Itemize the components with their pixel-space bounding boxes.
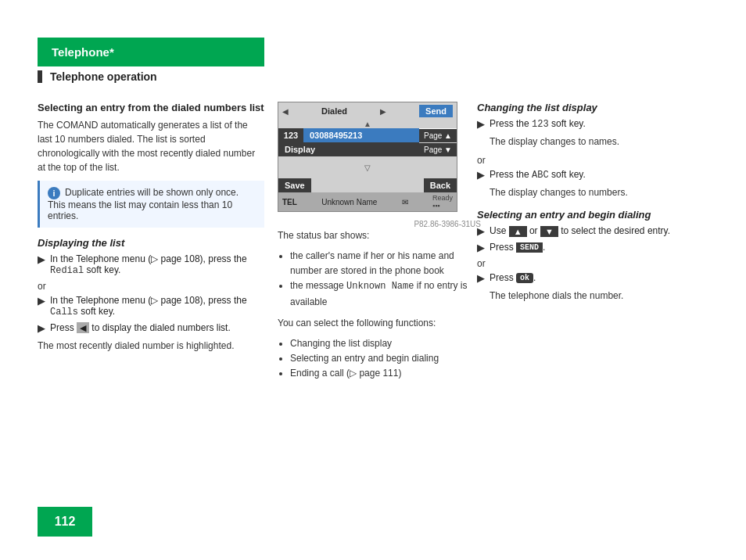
arrow-3: ▶ — [38, 322, 45, 334]
unknown-name: Unknown Name — [321, 198, 377, 206]
step-2-text: In the Telephone menu (▷ page 108), pres… — [50, 295, 264, 318]
screen-number-row: 123 03088495213 Page ▲ — [278, 128, 457, 142]
header-subtitle: Telephone operation — [38, 70, 157, 83]
back-btn[interactable]: Back — [424, 178, 457, 192]
screen-top-row: ◀ Dialed ▶ Send — [278, 102, 457, 120]
step-1: ▶ In the Telephone menu (▷ page 108), pr… — [38, 253, 264, 276]
step-3-text: Press ◀ to display the dialed numbers li… — [50, 322, 231, 333]
or-s1: or — [477, 258, 712, 269]
function-1: Changing the list display — [290, 336, 481, 351]
function-3: Ending a call (▷ page 111) — [290, 366, 481, 381]
left-arrow-btn: ◀ — [282, 107, 289, 116]
info-box-text: Duplicate entries will be shown only onc… — [48, 187, 239, 221]
functions-title: You can select the following functions: — [278, 316, 481, 330]
screen-display-row: Display Page ▼ — [278, 142, 457, 156]
right-column: Changing the list display ▶ Press the 12… — [477, 102, 712, 309]
selecting-step-1: ▶ Use ▲ or ▼ to select the desired entry… — [477, 225, 712, 237]
arrow-2: ▶ — [38, 295, 45, 307]
step-3: ▶ Press ◀ to display the dialed numbers … — [38, 322, 264, 334]
main-section-title: Selecting an entry from the dialed numbe… — [38, 102, 264, 113]
status-icons: Ready▪▪▪ — [432, 194, 453, 210]
ok-badge: ok — [516, 273, 533, 283]
device-screen: ◀ Dialed ▶ Send ▲ 123 03088495213 Page ▲… — [278, 102, 457, 212]
envelope-icon: ✉ — [402, 198, 408, 206]
changing-title: Changing the list display — [477, 102, 712, 113]
info-box: iDuplicate entries will be shown only on… — [38, 181, 264, 228]
selecting-title: Selecting an entry and begin dialing — [477, 209, 712, 221]
selecting-step-3: ▶ Press ok. — [477, 272, 712, 284]
final-text: The telephone dials the number. — [490, 289, 712, 303]
or-1: or — [38, 281, 264, 292]
screen-up-arrow: ▲ — [278, 120, 457, 128]
selecting-step-1-text: Use ▲ or ▼ to select the desired entry. — [490, 225, 670, 237]
arrow-c1: ▶ — [477, 118, 485, 130]
or-c1: or — [477, 155, 712, 166]
arrow-s3: ▶ — [477, 272, 485, 284]
selecting-step-3-text: Press ok. — [490, 272, 536, 283]
display-btn[interactable]: Display — [278, 142, 419, 156]
status-bar-bullets: the caller's name if her or his name and… — [290, 249, 481, 310]
send-btn[interactable]: Send — [419, 105, 453, 117]
page-up-btn[interactable]: Page ▲ — [419, 129, 457, 142]
footer-text: The most recently dialed number is highl… — [38, 339, 264, 353]
function-2: Selecting an entry and begin dialing — [290, 351, 481, 366]
selecting-step-2-text: Press SEND. — [490, 242, 545, 253]
arrow-s2: ▶ — [477, 242, 485, 253]
changing-step-2: ▶ Press the ABC soft key. — [477, 169, 712, 181]
arrow-1: ▶ — [38, 253, 45, 265]
tel-label: TEL — [282, 198, 297, 206]
arrow-s1: ▶ — [477, 225, 485, 237]
up-nav-btn: ▲ — [509, 226, 527, 237]
info-icon: i — [48, 187, 60, 199]
intro-text: The COMAND automatically generates a lis… — [38, 118, 264, 174]
status-bar-title: The status bar shows: — [278, 228, 481, 242]
changing-result-2: The display changes to numbers. — [490, 185, 712, 199]
middle-column: ◀ Dialed ▶ Send ▲ 123 03088495213 Page ▲… — [278, 102, 481, 387]
arrow-c2: ▶ — [477, 169, 485, 181]
left-column: Selecting an entry from the dialed numbe… — [38, 102, 264, 359]
btn-123[interactable]: 123 — [278, 128, 303, 142]
selecting-step-2: ▶ Press SEND. — [477, 242, 712, 253]
save-btn[interactable]: Save — [278, 178, 311, 192]
down-nav-btn: ▼ — [540, 226, 558, 237]
changing-step-2-text: Press the ABC soft key. — [490, 169, 586, 181]
screen-status-row: TEL Unknown Name ✉ Ready▪▪▪ — [278, 192, 457, 211]
page-down-btn[interactable]: Page ▼ — [419, 143, 457, 156]
screen-mid-area: ▽ — [278, 156, 457, 178]
bullet-2: the message Unknown Name if no entry is … — [290, 278, 481, 309]
dialed-label: Dialed — [321, 106, 347, 116]
step-1-text: In the Telephone menu (▷ page 108), pres… — [50, 253, 264, 276]
send-badge: SEND — [516, 242, 543, 253]
right-arrow-btn: ▶ — [380, 107, 386, 116]
bullet-1: the caller's name if her or his name and… — [290, 249, 481, 278]
changing-step-1-text: Press the 123 soft key. — [490, 118, 586, 130]
step-2: ▶ In the Telephone menu (▷ page 108), pr… — [38, 295, 264, 318]
header-title: Telephone* — [38, 38, 264, 66]
changing-step-1: ▶ Press the 123 soft key. — [477, 118, 712, 130]
screen-save-row: Save Back — [278, 178, 457, 192]
page-number: 112 — [38, 507, 92, 537]
displaying-list-title: Displaying the list — [38, 237, 264, 249]
phone-number: 03088495213 — [303, 128, 419, 142]
function-bullets: Changing the list display Selecting an e… — [290, 336, 481, 382]
changing-result-1: The display changes to names. — [490, 135, 712, 149]
screen-caption: P82.86-3986-31US — [278, 220, 481, 228]
down-arrow: ▽ — [364, 163, 371, 172]
